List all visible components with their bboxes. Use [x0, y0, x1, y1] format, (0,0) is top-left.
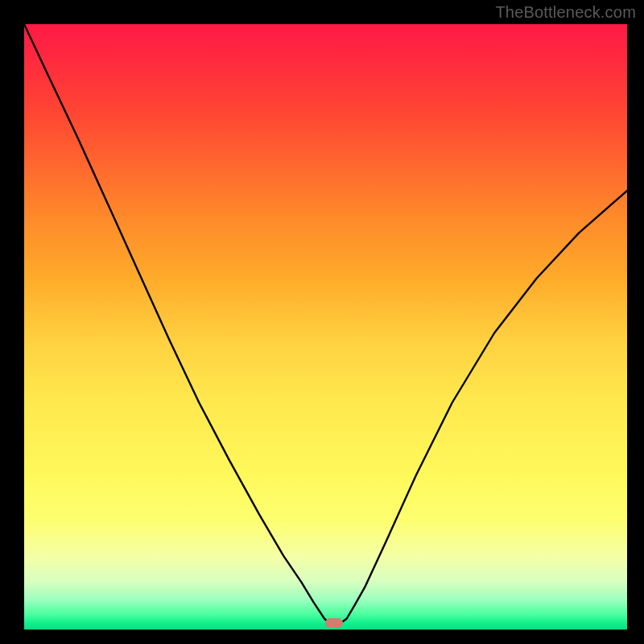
plot-area [24, 24, 627, 630]
watermark-text: TheBottleneck.com [495, 3, 636, 22]
chart-frame: TheBottleneck.com [0, 0, 644, 644]
bottleneck-curve [24, 24, 627, 630]
minimum-marker [325, 618, 343, 628]
